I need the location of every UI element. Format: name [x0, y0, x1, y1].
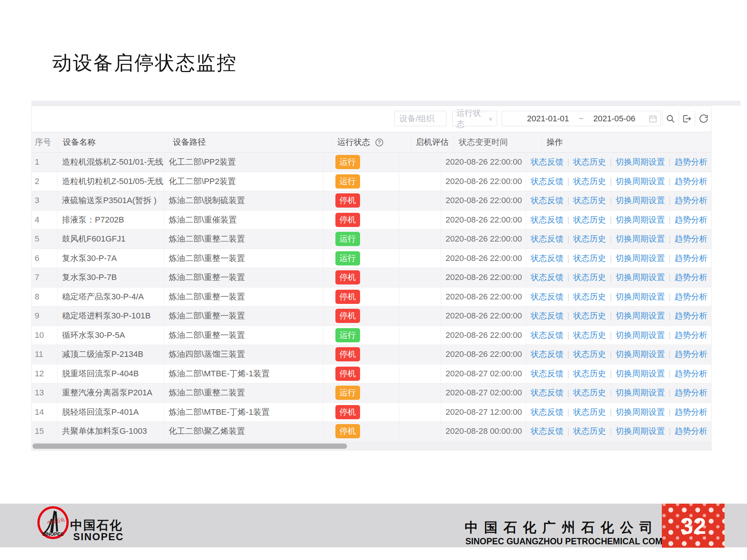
action-link[interactable]: 状态历史 — [573, 310, 606, 321]
row-index-cell: 9 — [32, 307, 58, 326]
date-end-value[interactable]: 2021-05-06 — [593, 114, 635, 124]
action-link[interactable]: 切换周期设置 — [616, 272, 665, 283]
action-link[interactable]: 状态反馈 — [531, 156, 564, 168]
run-status-cell: 运行 — [323, 230, 400, 249]
calendar-icon[interactable] — [648, 114, 657, 125]
action-link[interactable]: 切换周期设置 — [616, 407, 665, 418]
device-org-filter[interactable] — [394, 111, 446, 126]
action-link[interactable]: 状态反馈 — [531, 233, 564, 245]
action-link[interactable]: 趋势分析 — [675, 195, 707, 206]
actions-cell: 状态反馈|状态历史|切换周期设置|趋势分析 — [526, 230, 711, 249]
action-link[interactable]: 趋势分析 — [675, 368, 707, 379]
action-link[interactable]: 状态反馈 — [531, 214, 564, 225]
action-link[interactable]: 状态历史 — [573, 407, 606, 418]
action-link[interactable]: 趋势分析 — [675, 426, 707, 437]
row-num: 8 — [35, 292, 39, 302]
action-link[interactable]: 切换周期设置 — [616, 214, 665, 225]
device-name: 稳定塔产品泵30-P-4/A — [62, 291, 144, 302]
action-separator: | — [610, 234, 612, 244]
run-status-cell: 运行 — [323, 383, 400, 402]
device-name: 液硫输送泵P3501A(暂拆 ) — [62, 195, 156, 206]
action-link[interactable]: 状态历史 — [573, 253, 606, 264]
refresh-button[interactable] — [695, 111, 711, 126]
row-index-cell: 7 — [32, 268, 58, 287]
equipment-status-table-panel: 运行状态 ∨ 2021-01-01 ~ 2021-05-06 — [31, 106, 712, 451]
action-link[interactable]: 状态历史 — [573, 426, 606, 437]
action-cell: 状态反馈|状态历史|切换周期设置|趋势分析 — [531, 349, 711, 360]
action-link[interactable]: 状态历史 — [573, 195, 606, 206]
device-path-cell: 炼油二部\重整二装置 — [164, 230, 323, 249]
action-link[interactable]: 切换周期设置 — [616, 253, 665, 264]
action-link[interactable]: 状态反馈 — [531, 195, 564, 206]
action-link[interactable]: 趋势分析 — [675, 214, 707, 225]
action-link[interactable]: 切换周期设置 — [616, 233, 665, 245]
action-link[interactable]: 状态历史 — [573, 214, 606, 225]
device-path-cell: 炼油二部\脱制硫装置 — [164, 191, 323, 210]
horizontal-scrollbar-track[interactable] — [32, 442, 711, 450]
action-link[interactable]: 趋势分析 — [675, 407, 707, 418]
action-cell: 状态反馈|状态历史|切换周期设置|趋势分析 — [531, 426, 711, 437]
search-button[interactable] — [662, 111, 679, 126]
action-link[interactable]: 状态反馈 — [531, 426, 564, 437]
action-link[interactable]: 切换周期设置 — [616, 176, 665, 187]
action-link[interactable]: 趋势分析 — [675, 330, 707, 341]
status-badge: 运行 — [335, 155, 360, 169]
action-link[interactable]: 趋势分析 — [675, 233, 707, 245]
action-link[interactable]: 趋势分析 — [675, 310, 707, 321]
action-link[interactable]: 趋势分析 — [675, 387, 707, 398]
action-link[interactable]: 状态反馈 — [531, 176, 564, 187]
status-badge: 停机 — [335, 290, 360, 304]
date-start-value[interactable]: 2021-01-01 — [527, 114, 569, 124]
status-time: 2020-08-28 00:00:00 — [446, 426, 522, 436]
action-link[interactable]: 状态历史 — [573, 156, 606, 168]
action-link[interactable]: 状态历史 — [573, 233, 606, 245]
action-link[interactable]: 状态历史 — [573, 349, 606, 360]
date-range-separator: ~ — [579, 114, 584, 124]
action-link[interactable]: 切换周期设置 — [616, 368, 665, 379]
run-status-select[interactable]: 运行状态 ∨ — [452, 111, 497, 126]
action-link[interactable]: 趋势分析 — [675, 272, 707, 283]
action-link[interactable]: 趋势分析 — [675, 156, 707, 168]
export-button[interactable] — [679, 111, 695, 126]
action-link[interactable]: 状态反馈 — [531, 291, 564, 302]
action-link[interactable]: 切换周期设置 — [616, 349, 665, 360]
status-badge: 停机 — [335, 367, 360, 381]
action-link[interactable]: 状态反馈 — [531, 407, 564, 418]
action-link[interactable]: 状态反馈 — [531, 272, 564, 283]
action-link[interactable]: 趋势分析 — [675, 349, 707, 360]
action-link[interactable]: 趋势分析 — [675, 253, 707, 264]
action-link[interactable]: 状态历史 — [573, 387, 606, 398]
actions-cell: 状态反馈|状态历史|切换周期设置|趋势分析 — [526, 403, 711, 422]
action-link[interactable]: 切换周期设置 — [616, 387, 665, 398]
action-link[interactable]: 状态反馈 — [531, 330, 564, 341]
device-path-cell: 炼油二部\重整一装置 — [164, 326, 323, 345]
action-link[interactable]: 状态历史 — [573, 291, 606, 302]
status-badge: 停机 — [335, 405, 360, 419]
status-badge: 运行 — [335, 251, 360, 265]
action-link[interactable]: 趋势分析 — [675, 291, 707, 302]
action-link[interactable]: 切换周期设置 — [616, 330, 665, 341]
action-link[interactable]: 切换周期设置 — [616, 310, 665, 321]
action-link[interactable]: 状态反馈 — [531, 368, 564, 379]
action-link[interactable]: 切换周期设置 — [616, 426, 665, 437]
action-link[interactable]: 状态反馈 — [531, 253, 564, 264]
action-link[interactable]: 切换周期设置 — [616, 291, 665, 302]
action-link[interactable]: 切换周期设置 — [616, 156, 665, 168]
action-link[interactable]: 状态历史 — [573, 368, 606, 379]
action-link[interactable]: 状态反馈 — [531, 387, 564, 398]
run-status-cell: 运行 — [323, 326, 400, 345]
device-path: 炼油二部\重整二装置 — [169, 233, 245, 245]
help-icon[interactable]: ? — [375, 139, 383, 146]
action-link[interactable]: 状态反馈 — [531, 310, 564, 321]
action-link[interactable]: 状态历史 — [573, 272, 606, 283]
horizontal-scrollbar-thumb[interactable] — [32, 444, 347, 449]
device-org-input[interactable] — [395, 114, 446, 124]
date-range-picker[interactable]: 2021-01-01 ~ 2021-05-06 — [502, 111, 661, 126]
action-link[interactable]: 状态反馈 — [531, 349, 564, 360]
action-link[interactable]: 切换周期设置 — [616, 195, 665, 206]
action-link[interactable]: 状态历史 — [573, 330, 606, 341]
device-name: 造粒机混炼机Z-501/01-无线 — [62, 156, 163, 168]
row-num: 14 — [35, 407, 44, 417]
action-link[interactable]: 趋势分析 — [675, 176, 707, 187]
action-link[interactable]: 状态历史 — [573, 176, 606, 187]
